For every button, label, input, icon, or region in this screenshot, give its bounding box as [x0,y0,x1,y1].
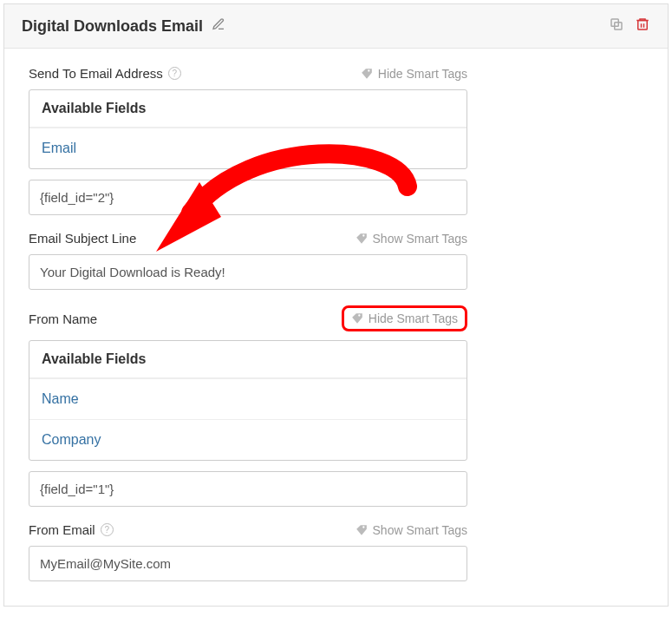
from-name-block: From Name Hide Smart Tags Available Fiel… [29,305,643,507]
panel-body: Send To Email Address ? Hide Smart Tags … [4,49,668,606]
available-fields-title: Available Fields [29,341,466,378]
panel-actions [609,16,650,36]
send-to-smart-tags-toggle[interactable]: Hide Smart Tags [361,67,467,81]
tag-icon [356,233,368,245]
from-email-block: From Email ? Show Smart Tags [29,522,643,581]
send-to-label-row: Send To Email Address ? Hide Smart Tags [29,66,467,81]
delete-icon[interactable] [635,16,650,36]
from-name-available-fields: Available Fields Name Company [29,340,467,461]
from-email-label-row: From Email ? Show Smart Tags [29,522,467,537]
smart-tags-label: Show Smart Tags [373,232,467,246]
panel-title-text: Digital Downloads Email [22,17,203,36]
available-field-company[interactable]: Company [29,419,466,460]
send-to-input[interactable] [29,180,467,215]
smart-tags-label: Hide Smart Tags [369,312,458,325]
from-email-label-text: From Email [29,522,95,537]
from-name-label-row: From Name Hide Smart Tags [29,305,467,331]
from-email-input[interactable] [29,546,467,581]
from-email-label: From Email ? [29,522,114,537]
subject-block: Email Subject Line Show Smart Tags [29,231,643,290]
duplicate-icon[interactable] [609,16,624,36]
available-field-name[interactable]: Name [29,378,466,419]
edit-icon[interactable] [212,17,225,36]
help-icon[interactable]: ? [101,523,114,536]
available-fields-title: Available Fields [29,90,466,128]
subject-label: Email Subject Line [29,231,136,246]
subject-label-row: Email Subject Line Show Smart Tags [29,231,467,246]
subject-smart-tags-toggle[interactable]: Show Smart Tags [356,232,467,246]
email-settings-panel: Digital Downloads Email Send To Email Ad… [3,3,669,607]
send-to-available-fields: Available Fields Email [29,89,467,169]
from-email-smart-tags-toggle[interactable]: Show Smart Tags [356,523,467,537]
from-name-label: From Name [29,312,97,326]
subject-label-text: Email Subject Line [29,231,136,246]
from-name-smart-tags-toggle[interactable]: Hide Smart Tags [342,305,467,331]
send-to-block: Send To Email Address ? Hide Smart Tags … [29,66,643,215]
help-icon[interactable]: ? [168,67,181,80]
available-field-email[interactable]: Email [29,128,466,168]
panel-title-row: Digital Downloads Email [22,17,225,36]
tag-icon [356,524,368,536]
svg-rect-2 [638,21,648,30]
panel-header: Digital Downloads Email [4,4,668,49]
tag-icon [351,312,363,325]
from-name-input[interactable] [29,471,467,507]
tag-icon [361,68,373,80]
smart-tags-label: Show Smart Tags [373,523,467,537]
smart-tags-label: Hide Smart Tags [378,67,467,81]
send-to-label: Send To Email Address ? [29,66,181,81]
send-to-label-text: Send To Email Address [29,66,163,81]
from-name-label-text: From Name [29,312,97,326]
subject-input[interactable] [29,254,467,290]
